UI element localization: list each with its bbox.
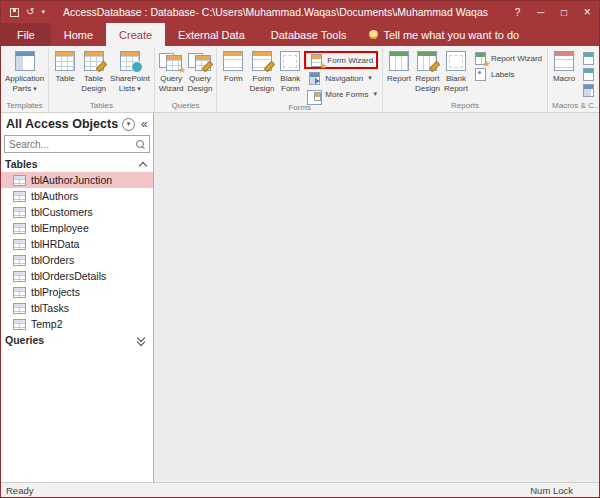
labels-icon bbox=[473, 68, 488, 81]
class-module-button[interactable] bbox=[578, 67, 599, 81]
nav-item-tblHRData[interactable]: tblHRData bbox=[1, 236, 153, 252]
status-text: Ready bbox=[1, 485, 530, 496]
application-parts-icon bbox=[13, 51, 37, 71]
table-object-icon bbox=[13, 271, 26, 282]
report-button[interactable]: Report bbox=[385, 49, 413, 99]
nav-item-label: tblOrders bbox=[31, 254, 74, 266]
dropdown-arrow-icon: ▾ bbox=[137, 85, 141, 92]
group-label-templates: Templates bbox=[1, 99, 48, 112]
nav-pane-menu-button[interactable]: ▾ bbox=[122, 118, 135, 131]
tell-me-label: Tell me what you want to do bbox=[383, 29, 519, 41]
form-wizard-highlight-annotation: Form Wizard bbox=[304, 51, 378, 69]
application-parts-button[interactable]: Application Parts▾ bbox=[3, 49, 46, 99]
navigation-label: Navigation bbox=[325, 74, 363, 83]
nav-item-label: tblAuthorJunction bbox=[31, 174, 112, 186]
sharepoint-lists-label-2: Lists bbox=[119, 84, 135, 93]
nav-item-tblProjects[interactable]: tblProjects bbox=[1, 284, 153, 300]
class-module-icon bbox=[581, 68, 596, 81]
search-icon[interactable] bbox=[136, 140, 145, 149]
window-title: AccessDatabase : Database- C:\Users\Muha… bbox=[63, 6, 397, 18]
tab-database-tools[interactable]: Database Tools bbox=[258, 23, 360, 46]
close-button[interactable]: × bbox=[576, 1, 599, 23]
form-wizard-label: Form Wizard bbox=[327, 56, 373, 65]
qat-dropdown-icon[interactable]: ▾ bbox=[41, 8, 45, 16]
query-wizard-label-1: Query bbox=[160, 74, 182, 84]
query-design-label-1: Query bbox=[189, 74, 211, 84]
module-button[interactable] bbox=[578, 51, 599, 65]
nav-item-tblTasks[interactable]: tblTasks bbox=[1, 300, 153, 316]
table-object-icon bbox=[13, 207, 26, 218]
table-object-icon bbox=[13, 287, 26, 298]
nav-item-tblEmployee[interactable]: tblEmployee bbox=[1, 220, 153, 236]
dropdown-arrow-icon: ▾ bbox=[33, 85, 37, 92]
group-forms: Form Form Design Blank Form For bbox=[217, 47, 383, 112]
report-design-button[interactable]: Report Design bbox=[413, 49, 442, 99]
query-design-label-2: Design bbox=[188, 84, 213, 94]
group-queries: Query Wizard Query Design Queries bbox=[155, 47, 218, 112]
report-design-label-2: Design bbox=[415, 84, 440, 94]
sharepoint-lists-icon bbox=[118, 51, 142, 71]
blank-form-label-2: Form bbox=[281, 84, 300, 94]
report-design-icon bbox=[415, 51, 439, 71]
form-icon bbox=[221, 51, 245, 71]
nav-item-label: tblAuthors bbox=[31, 190, 78, 202]
help-button[interactable]: ? bbox=[506, 1, 529, 23]
nav-item-tblAuthors[interactable]: tblAuthors bbox=[1, 188, 153, 204]
navigation-button[interactable]: Navigation ▾ bbox=[304, 71, 380, 85]
section-header-queries[interactable]: Queries bbox=[1, 332, 153, 348]
nav-item-tblOrdersDetails[interactable]: tblOrdersDetails bbox=[1, 268, 153, 284]
table-object-icon bbox=[13, 191, 26, 202]
query-wizard-button[interactable]: Query Wizard bbox=[157, 49, 186, 99]
more-forms-label: More Forms bbox=[325, 90, 368, 99]
nav-pane-header: All Access Objects ▾ « bbox=[1, 113, 153, 134]
workspace-canvas bbox=[154, 113, 599, 482]
save-icon[interactable] bbox=[10, 8, 19, 17]
blank-report-button[interactable]: Blank Report bbox=[442, 49, 470, 99]
form-wizard-button[interactable]: Form Wizard bbox=[306, 53, 376, 67]
tab-file[interactable]: File bbox=[1, 23, 51, 46]
macros-small-column bbox=[578, 49, 599, 99]
group-templates: Application Parts▾ Templates bbox=[1, 47, 49, 112]
table-object-icon bbox=[13, 319, 26, 330]
tab-create[interactable]: Create bbox=[106, 23, 165, 46]
signed-in-user[interactable]: Muhammad Waqas bbox=[397, 6, 488, 18]
form-design-label-2: Design bbox=[249, 84, 274, 94]
tab-home[interactable]: Home bbox=[51, 23, 106, 46]
tell-me-box[interactable]: Tell me what you want to do bbox=[369, 23, 519, 46]
search-input[interactable] bbox=[9, 139, 136, 150]
group-tables: Table Table Design SharePoint Lists▾ Tab… bbox=[49, 47, 155, 112]
ribbon: Application Parts▾ Templates Table Table… bbox=[1, 46, 599, 113]
access-window: ↺ ▾ AccessDatabase : Database- C:\Users\… bbox=[0, 0, 600, 498]
blank-form-button[interactable]: Blank Form bbox=[276, 49, 304, 101]
forms-small-column: Form Wizard Navigation ▾ More Forms ▾ bbox=[304, 49, 380, 101]
dropdown-arrow-icon: ▾ bbox=[368, 74, 372, 82]
dropdown-arrow-icon: ▾ bbox=[373, 90, 377, 98]
nav-item-tblCustomers[interactable]: tblCustomers bbox=[1, 204, 153, 220]
form-design-button[interactable]: Form Design bbox=[247, 49, 276, 101]
table-object-icon bbox=[13, 303, 26, 314]
more-forms-button[interactable]: More Forms ▾ bbox=[304, 87, 380, 101]
minimize-button[interactable]: ─ bbox=[529, 1, 552, 23]
form-button[interactable]: Form bbox=[219, 49, 247, 101]
tab-external-data[interactable]: External Data bbox=[165, 23, 258, 46]
query-design-button[interactable]: Query Design bbox=[186, 49, 215, 99]
labels-button[interactable]: Labels bbox=[470, 67, 545, 81]
macro-button[interactable]: Macro bbox=[550, 49, 578, 99]
nav-item-label: tblCustomers bbox=[31, 206, 93, 218]
nav-item-tblOrders[interactable]: tblOrders bbox=[1, 252, 153, 268]
blank-report-label-1: Blank bbox=[446, 74, 466, 84]
table-design-button[interactable]: Table Design bbox=[79, 49, 108, 99]
undo-icon[interactable]: ↺ bbox=[26, 7, 34, 17]
report-wizard-button[interactable]: Report Wizard bbox=[470, 51, 545, 65]
collapse-pane-icon[interactable]: « bbox=[139, 118, 150, 130]
visual-basic-button[interactable] bbox=[578, 83, 599, 97]
sharepoint-lists-button[interactable]: SharePoint Lists▾ bbox=[108, 49, 152, 99]
table-design-icon bbox=[82, 51, 106, 71]
nav-item-tblAuthorJunction[interactable]: tblAuthorJunction bbox=[1, 172, 153, 188]
maximize-button[interactable]: □ bbox=[552, 1, 575, 23]
nav-pane-title: All Access Objects bbox=[6, 117, 118, 131]
group-label-queries: Queries bbox=[155, 99, 217, 112]
section-header-tables[interactable]: Tables bbox=[1, 156, 153, 172]
nav-item-Temp2[interactable]: Temp2 bbox=[1, 316, 153, 332]
table-button[interactable]: Table bbox=[51, 49, 79, 99]
